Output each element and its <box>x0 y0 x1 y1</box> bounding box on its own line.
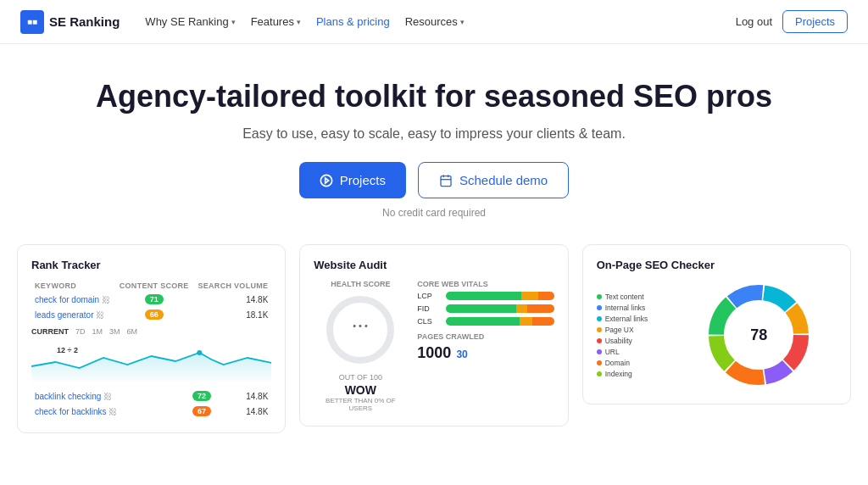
pages-row: 1000 30 <box>417 344 554 362</box>
schedule-demo-button[interactable]: Schedule demo <box>418 162 569 198</box>
onpage-seo-title: On-Page SEO Checker <box>597 259 837 271</box>
chevron-icon: ▾ <box>297 18 301 26</box>
bar-track-lcp <box>446 292 554 300</box>
rank-tracker-table: KEYWORD CONTENT SCORE SEARCH VOLUME chec… <box>31 280 271 322</box>
nav-features[interactable]: Features ▾ <box>246 12 306 31</box>
bar-track-fid <box>446 304 554 313</box>
tab-3m[interactable]: 3M <box>109 327 120 336</box>
search-volume: 14.8K <box>223 388 271 404</box>
bar-label-fid: FID <box>417 304 441 313</box>
cards-row: Rank Tracker KEYWORD CONTENT SCORE SEARC… <box>0 244 868 450</box>
svg-point-4 <box>197 350 202 355</box>
rank-chart: 12 ÷ 2 <box>31 341 271 385</box>
bar-green <box>446 304 516 313</box>
tab-7d[interactable]: 7D <box>75 327 86 336</box>
keyword-link[interactable]: leads generator <box>35 310 94 320</box>
website-audit-title: Website Audit <box>314 259 554 271</box>
link-icon: ⛓ <box>102 295 110 304</box>
svg-rect-0 <box>441 176 451 186</box>
no-cc-label: No credit card required <box>17 207 851 219</box>
hero-heading: Agency-tailored toolkit for seasoned SEO… <box>17 78 851 114</box>
search-volume: 14.8K <box>223 404 271 419</box>
col-content-score: CONTENT SCORE <box>115 280 193 292</box>
projects-icon <box>320 174 333 187</box>
projects-button[interactable]: Projects <box>299 162 406 198</box>
tab-current[interactable]: CURRENT <box>31 327 69 336</box>
chevron-icon: ▾ <box>460 18 465 26</box>
logo-icon: ■■ <box>20 10 44 34</box>
pages-number: 1000 <box>417 344 451 362</box>
bar-orange <box>527 304 554 313</box>
hero-section: Agency-tailored toolkit for seasoned SEO… <box>0 44 868 244</box>
keyword-link[interactable]: check for domain <box>35 295 99 304</box>
logo[interactable]: ■■ SE Ranking <box>20 10 120 34</box>
legend-item: Indexing <box>597 370 673 378</box>
nav-why-se-ranking[interactable]: Why SE Ranking ▾ <box>140 12 240 31</box>
legend-item: Internal links <box>597 304 673 312</box>
bar-label-lcp: LCP <box>417 292 441 300</box>
score-badge: 66 <box>145 309 164 320</box>
table-row: backlink checking ⛓ 72 14.8K <box>31 388 271 404</box>
score-badge: 67 <box>192 406 211 416</box>
legend-item: Page UX <box>597 326 673 334</box>
site-name: WOW <box>345 383 376 397</box>
table-row: check for domain ⛓ 71 14.8K <box>31 292 271 307</box>
navbar: ■■ SE Ranking Why SE Ranking ▾ Features … <box>0 0 868 44</box>
bar-track-cls <box>446 317 554 326</box>
legend-item: URL <box>597 348 673 356</box>
nav-links: Why SE Ranking ▾ Features ▾ Plans & pric… <box>140 12 469 31</box>
link-icon: ⛓ <box>96 310 104 320</box>
gauge: • • • <box>322 292 398 368</box>
rank-tracker-title: Rank Tracker <box>31 259 271 271</box>
chevron-icon: ▾ <box>231 18 236 26</box>
calendar-icon <box>439 174 453 187</box>
rank-tracker-bottom-table: backlink checking ⛓ 72 14.8K check for b… <box>31 388 271 419</box>
keyword-link[interactable]: check for backlinks <box>35 407 106 416</box>
search-volume: 18.1K <box>193 307 272 322</box>
svg-text:• • •: • • • <box>353 321 368 331</box>
bar-orange <box>538 292 554 300</box>
legend-item: External links <box>597 315 673 323</box>
score-badge: 71 <box>145 294 164 304</box>
score-badge: 72 <box>192 391 211 401</box>
legend-item: Domain <box>597 359 673 367</box>
keyword-link[interactable]: backlink checking <box>35 392 101 401</box>
projects-nav-button[interactable]: Projects <box>782 10 848 33</box>
out-of-label: OUT OF 100 <box>339 373 382 382</box>
core-web-vitals-label: CORE WEB VITALS <box>417 280 554 288</box>
rank-tracker-tabs: CURRENT 7D 1M 3M 6M <box>31 327 271 336</box>
pages-crawled-label: PAGES CRAWLED <box>417 332 554 341</box>
hero-subheading: Easy to use, easy to scale, easy to impr… <box>17 126 851 142</box>
onpage-legend: Text contentInternal linksExternal links… <box>597 293 673 378</box>
bar-label-cls: CLS <box>417 317 441 326</box>
onpage-seo-inner: Text contentInternal linksExternal links… <box>597 280 837 390</box>
nav-resources[interactable]: Resources ▾ <box>400 12 470 31</box>
donut-center: 78 <box>750 326 767 344</box>
website-audit-card: Website Audit HEALTH SCORE • • • OUT OF … <box>299 244 568 426</box>
bar-yellow <box>516 304 527 313</box>
onpage-chart: 78 <box>682 280 837 390</box>
pages-crawled-section: PAGES CRAWLED 1000 30 <box>417 332 554 362</box>
col-search-volume: SEARCH VOLUME <box>193 280 272 292</box>
donut-score: 78 <box>750 326 767 344</box>
bar-yellow <box>521 292 537 300</box>
bar-row-lcp: LCP <box>417 292 554 300</box>
better-than: BETTER THAN 0% OF USERS <box>314 397 407 412</box>
bar-green <box>446 292 521 300</box>
table-row: check for backlinks ⛓ 67 14.8K <box>31 404 271 419</box>
table-row: leads generator ⛓ 66 18.1K <box>31 307 271 322</box>
nav-plans-pricing[interactable]: Plans & pricing <box>311 12 395 31</box>
bar-yellow <box>520 317 532 326</box>
rank-tracker-card: Rank Tracker KEYWORD CONTENT SCORE SEARC… <box>17 244 286 433</box>
gauge-svg: • • • <box>322 292 398 368</box>
tab-6m[interactable]: 6M <box>127 327 138 336</box>
tab-1m[interactable]: 1M <box>92 327 103 336</box>
bar-orange <box>532 317 554 326</box>
wa-left: HEALTH SCORE • • • OUT OF 100 WOW BETTER… <box>314 280 407 412</box>
logout-button[interactable]: Log out <box>736 15 772 28</box>
bar-green <box>446 317 520 326</box>
health-score-label: HEALTH SCORE <box>331 280 390 288</box>
search-volume: 14.8K <box>193 292 272 307</box>
link-icon: ⛓ <box>103 392 112 401</box>
bar-row-fid: FID <box>417 304 554 313</box>
